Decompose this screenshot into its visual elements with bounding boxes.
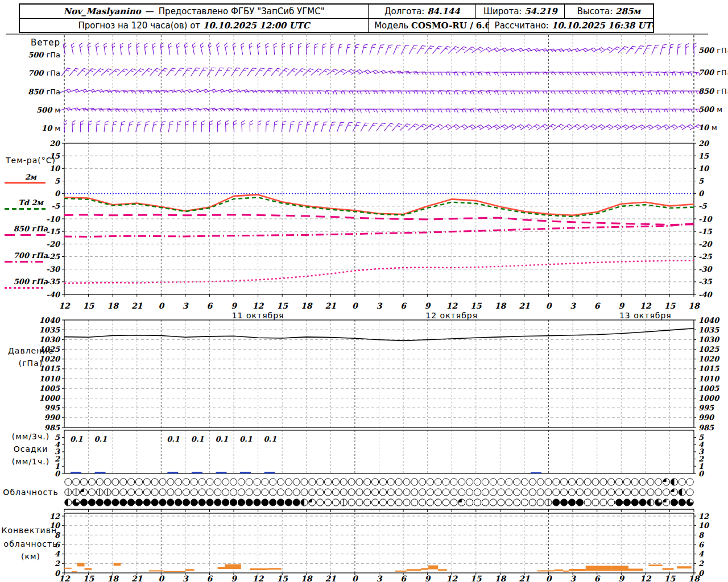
cloud-symbol xyxy=(222,479,229,485)
cloud-symbol xyxy=(143,499,150,506)
precip-bar xyxy=(264,472,275,473)
cloud-symbol xyxy=(442,479,449,485)
cloud-symbol xyxy=(293,499,300,506)
cloud-symbol xyxy=(474,499,481,506)
cloud-symbol xyxy=(537,489,544,496)
cloud-symbol xyxy=(128,479,135,485)
cloud-symbol xyxy=(411,499,418,506)
cloud-symbol xyxy=(631,479,638,485)
convective-bar xyxy=(164,571,185,572)
cloud-symbol xyxy=(490,489,497,496)
cloud-symbol xyxy=(332,499,339,506)
cloud-symbol xyxy=(175,479,182,485)
tick-label: 18 xyxy=(107,301,119,310)
tick-label: 6 xyxy=(207,301,213,310)
convective-bar xyxy=(569,569,586,571)
cloud-symbol xyxy=(96,479,103,485)
cloud-symbol xyxy=(395,479,402,485)
cloud-symbol xyxy=(411,489,418,496)
cloud-symbol xyxy=(474,489,481,496)
cloud-symbol xyxy=(568,499,575,506)
cloud-symbol xyxy=(371,489,378,496)
cloud-symbol xyxy=(356,479,363,485)
cloud-symbol xyxy=(88,479,95,485)
cloud-symbol xyxy=(191,479,197,485)
precip-value: 0.1 xyxy=(94,435,107,443)
cloud-symbol xyxy=(222,499,229,506)
convective-bar xyxy=(628,569,643,571)
wind-barb-row xyxy=(64,120,701,132)
cloud-symbol xyxy=(387,499,394,506)
tick-label: 1035 xyxy=(39,326,60,334)
cloud-symbol xyxy=(262,499,268,506)
cloud-symbol xyxy=(506,489,512,496)
cloud-symbol xyxy=(584,479,591,485)
cloud-symbol xyxy=(96,499,103,506)
cloud-symbol xyxy=(364,489,371,496)
cloud-symbol xyxy=(191,489,197,496)
convective-bar xyxy=(649,564,663,566)
tick-label: 3 xyxy=(183,301,189,310)
cloud-symbol xyxy=(576,499,583,506)
tick-label: 15 xyxy=(664,301,676,310)
cloud-symbol xyxy=(498,499,504,506)
tick-label: -20 xyxy=(47,240,61,248)
cloud-symbol xyxy=(214,479,221,485)
cloud-symbol xyxy=(379,479,386,485)
tick-label: 6 xyxy=(594,301,601,310)
cloud-symbol xyxy=(238,489,245,496)
tick-label: 1015 xyxy=(698,364,719,373)
cloud-symbol xyxy=(553,499,560,506)
cloud-symbol xyxy=(198,499,205,506)
cloud-symbol xyxy=(324,499,331,506)
precip-bar xyxy=(71,472,81,473)
cloud-symbol xyxy=(324,489,331,496)
cloud-symbol xyxy=(120,489,127,496)
cloud-symbol xyxy=(639,479,646,485)
tick-label: 21 xyxy=(519,301,530,310)
cloud-symbol xyxy=(198,479,205,485)
precip-bar xyxy=(192,472,202,473)
cloud-symbol xyxy=(482,499,489,506)
cloud-symbol xyxy=(458,489,465,496)
cloud-symbol xyxy=(277,489,284,496)
tick-label: 1000 xyxy=(698,394,720,402)
cloud-symbol xyxy=(230,479,237,485)
cloud-symbol xyxy=(317,499,324,506)
precip-bars-layer: 0.10.10.10.10.10.10.1 xyxy=(70,435,541,473)
cloud-symbol xyxy=(379,489,386,496)
cloud-symbol xyxy=(553,479,560,485)
cloud-symbol xyxy=(679,499,685,506)
convective-bar xyxy=(407,569,421,571)
cloud-symbol xyxy=(246,479,253,485)
cloud-symbol xyxy=(600,489,607,496)
tick-label: 1000 xyxy=(39,394,61,402)
cloud-symbol xyxy=(206,499,213,506)
cloud-symbol xyxy=(191,499,197,506)
cloud-symbol xyxy=(254,489,260,496)
tick-label: 1030 xyxy=(698,335,720,344)
cloud-symbol xyxy=(222,489,229,496)
cloud-symbol xyxy=(647,489,654,496)
tick-label: 5 xyxy=(698,177,704,185)
tick-label: 12 xyxy=(640,301,652,310)
cloud-symbol xyxy=(254,499,260,506)
cloud-symbol xyxy=(104,479,111,485)
cloud-symbol xyxy=(576,489,583,496)
tick-label: -25 xyxy=(698,252,712,261)
tick-label: 1025 xyxy=(698,345,719,354)
cloud-symbol xyxy=(482,479,489,485)
tick-label: 6 xyxy=(594,574,601,582)
precip-bar xyxy=(531,472,541,473)
cloud-symbol xyxy=(663,489,669,496)
tick-label: 985 xyxy=(698,423,714,432)
tick-label: 15 xyxy=(276,301,288,310)
tick-label: 0 xyxy=(546,574,552,582)
tick-label: -15 xyxy=(47,227,60,236)
cloud-symbol xyxy=(615,489,622,496)
cloud-symbol xyxy=(490,499,497,506)
tick-label: -5 xyxy=(698,202,707,210)
cloud-symbol xyxy=(73,479,80,485)
tick-label: 995 xyxy=(44,404,60,412)
cloud-symbol xyxy=(301,479,308,485)
